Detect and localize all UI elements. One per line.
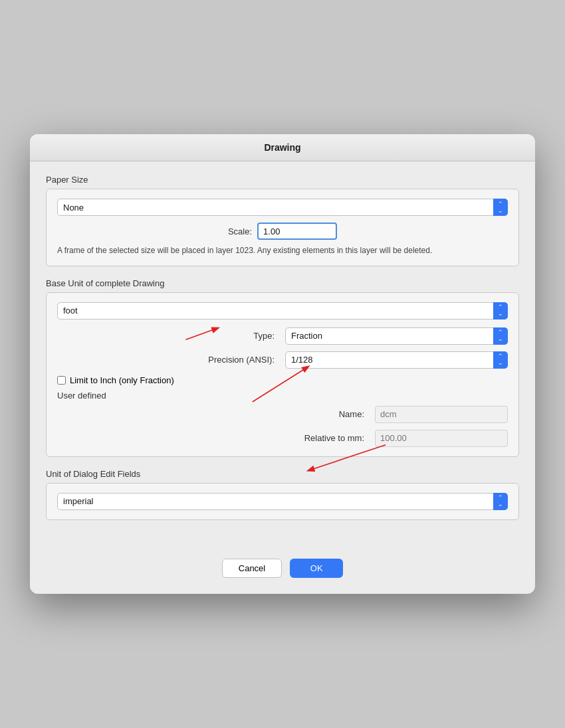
paper-size-info: A frame of the selected size will be pla… [57,245,508,256]
scale-label: Scale: [228,227,252,236]
precision-select-wrapper[interactable]: 1/128 [285,351,508,369]
paper-size-label: Paper Size [46,175,519,185]
type-label: Type: [253,331,275,341]
dialog-footer: Cancel OK [30,548,535,594]
type-row: Type: Fraction [57,327,508,345]
relative-row: Relative to mm: [57,430,508,447]
name-label: Name: [339,409,364,419]
scale-row: Scale: [57,223,508,240]
precision-select[interactable]: 1/128 [285,351,508,369]
foot-select-wrapper[interactable]: foot [57,302,508,319]
paper-size-select-wrapper[interactable]: None [57,199,508,216]
name-row: Name: [57,406,508,423]
base-unit-section: foot Type: Fraction Precisio [46,292,519,457]
type-select[interactable]: Fraction [285,327,508,345]
limit-inch-checkbox[interactable] [57,376,66,385]
dialog-titlebar: Drawing [30,134,535,161]
limit-inch-label: Limit to Inch (only Fraction) [70,375,174,385]
dialog-title: Drawing [264,142,300,153]
dialog-edit-section: imperial [46,483,519,520]
paper-size-select[interactable]: None [57,199,508,216]
type-select-wrapper[interactable]: Fraction [285,327,508,345]
name-input [375,406,508,423]
user-defined-label: User defined [57,391,508,401]
cancel-button[interactable]: Cancel [222,559,282,578]
dialog-edit-label: Unit of Dialog Edit Fields [46,469,519,479]
paper-size-section: None Scale: A frame of the selected size… [46,189,519,266]
dialog-body: Paper Size None Scale: A frame of the se… [30,161,535,548]
base-unit-label: Base Unit of complete Drawing [46,278,519,288]
limit-inch-row: Limit to Inch (only Fraction) [57,375,508,385]
ok-button[interactable]: OK [290,559,343,578]
scale-input[interactable] [257,223,337,240]
imperial-select[interactable]: imperial [57,493,508,510]
imperial-select-wrapper[interactable]: imperial [57,493,508,510]
drawing-dialog: Drawing Paper Size None Scale: A frame o… [30,134,535,594]
relative-label: Relative to mm: [304,433,364,443]
precision-label: Precision (ANSI): [208,355,275,365]
precision-row: Precision (ANSI): 1/128 [57,351,508,369]
relative-input [375,430,508,447]
foot-select[interactable]: foot [57,302,508,319]
